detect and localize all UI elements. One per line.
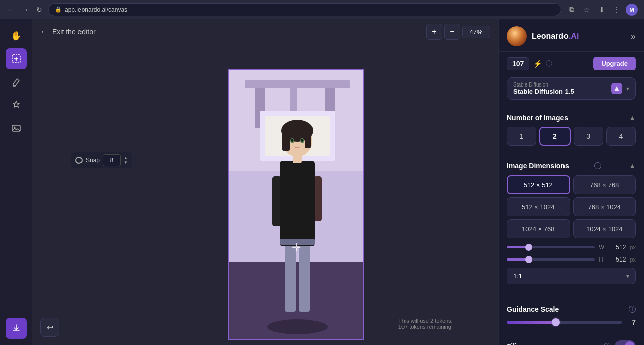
height-value: 512 bbox=[611, 256, 626, 263]
image-icon bbox=[11, 123, 21, 133]
inpaint-icon bbox=[11, 100, 21, 110]
snap-down-arrow[interactable]: ▼ bbox=[124, 161, 128, 165]
reload-button[interactable]: ↻ bbox=[34, 5, 44, 15]
canvas-image: ⬜ bbox=[229, 70, 363, 339]
selection-icon bbox=[11, 54, 21, 64]
num-images-header: Number of Images ▲ bbox=[507, 114, 636, 122]
exit-editor-button[interactable]: ← Exit the editor bbox=[40, 27, 96, 36]
dim-header: Image Dimensions i ▲ bbox=[507, 162, 636, 170]
token-lightning-icon: ⚡ bbox=[533, 60, 542, 68]
dim-collapse-button[interactable]: ▲ bbox=[629, 162, 636, 170]
guidance-slider-fill bbox=[507, 321, 556, 324]
snap-toggle[interactable] bbox=[75, 157, 83, 164]
dim-1024x768-button[interactable]: 1024 × 768 bbox=[507, 219, 570, 238]
width-label: W bbox=[599, 244, 607, 250]
inpaint-tool-button[interactable] bbox=[6, 95, 27, 116]
model-selector[interactable]: Stable Diffusion Stable Diffusion 1.5 ▾ bbox=[507, 77, 636, 100]
aspect-ratio-dropdown[interactable]: 1:1 ▾ bbox=[507, 268, 636, 284]
svg-point-17 bbox=[267, 319, 328, 334]
brand-name: Leonardo.Ai bbox=[532, 32, 579, 41]
extensions-button[interactable]: ⧉ bbox=[566, 4, 578, 16]
selection-guideline bbox=[229, 179, 363, 179]
zoom-controls: + − 47% bbox=[426, 24, 490, 40]
token-info-icon[interactable]: ⓘ bbox=[546, 59, 552, 68]
snap-bar: Snap 8 ▲ ▼ bbox=[71, 152, 132, 168]
image-tool-button[interactable] bbox=[6, 118, 27, 139]
num-images-collapse-button[interactable]: ▲ bbox=[629, 114, 636, 122]
guidance-slider-thumb[interactable] bbox=[552, 318, 560, 326]
dim-768x768-button[interactable]: 768 × 768 bbox=[573, 175, 636, 194]
tiling-info-icon[interactable]: i bbox=[604, 343, 611, 345]
app-container: ✋ bbox=[0, 19, 644, 345]
guidance-scale-section: Guidance Scale i 7 bbox=[499, 299, 644, 330]
profile-avatar[interactable]: M bbox=[626, 4, 638, 16]
guidance-info-icon[interactable]: i bbox=[629, 306, 636, 313]
dim-info-icon[interactable]: i bbox=[594, 162, 601, 169]
height-slider-track bbox=[507, 258, 595, 261]
width-unit: px bbox=[630, 244, 636, 250]
right-panel: Leonardo.Ai » 107 ⚡ ⓘ Upgrade Stable Dif… bbox=[498, 19, 644, 345]
url-text: app.leonardo.ai/canvas bbox=[65, 6, 127, 13]
guidance-header: Guidance Scale i bbox=[507, 305, 636, 313]
aspect-ratio-value: 1:1 bbox=[513, 272, 626, 280]
top-bar: ← Exit the editor + − 47% bbox=[32, 19, 498, 44]
model-info: Stable Diffusion Stable Diffusion 1.5 bbox=[513, 82, 611, 95]
zoom-in-button[interactable]: + bbox=[426, 24, 442, 40]
num-images-4-button[interactable]: 4 bbox=[606, 127, 636, 146]
upgrade-button[interactable]: Upgrade bbox=[593, 57, 636, 70]
menu-button[interactable]: ⋮ bbox=[611, 4, 623, 16]
dim-1024x1024-button[interactable]: 1024 × 1024 bbox=[573, 219, 636, 238]
height-slider-container[interactable] bbox=[507, 255, 595, 264]
dim-768x1024-button[interactable]: 768 × 1024 bbox=[573, 197, 636, 216]
tiling-toggle[interactable] bbox=[615, 340, 636, 345]
svg-rect-21 bbox=[314, 176, 322, 221]
svg-rect-22 bbox=[280, 161, 315, 246]
num-images-1-button[interactable]: 1 bbox=[507, 127, 536, 146]
num-images-2-button[interactable]: 2 bbox=[539, 127, 570, 146]
guidance-value: 7 bbox=[626, 318, 636, 326]
tiling-toggle-thumb bbox=[625, 341, 635, 345]
downloads-button[interactable]: ⬇ bbox=[596, 4, 608, 16]
token-info: This will use 2 tokens. 107 tokens remai… bbox=[398, 318, 453, 330]
panel-collapse-button[interactable]: » bbox=[631, 31, 636, 42]
width-slider-thumb[interactable] bbox=[525, 244, 532, 251]
hand-tool-button[interactable]: ✋ bbox=[6, 25, 27, 46]
canvas-image-container[interactable]: ⬜ bbox=[228, 69, 364, 340]
zoom-level-display: 47% bbox=[462, 26, 490, 38]
canvas-area[interactable]: ← Exit the editor + − 47% Snap 8 ▲ ▼ ⬜ bbox=[32, 19, 498, 345]
num-images-grid: 1 2 3 4 bbox=[507, 127, 636, 146]
bookmark-button[interactable]: ☆ bbox=[581, 4, 593, 16]
dim-grid: 512 × 512 768 × 768 512 × 1024 768 × 102… bbox=[507, 175, 636, 238]
width-slider-row: W 512 px bbox=[507, 243, 636, 251]
height-slider-thumb[interactable] bbox=[525, 256, 532, 263]
brand-avatar bbox=[507, 26, 527, 46]
width-slider-container[interactable] bbox=[507, 243, 595, 251]
dim-512x1024-button[interactable]: 512 × 1024 bbox=[507, 197, 570, 216]
guidance-slider-row: 7 bbox=[507, 318, 636, 326]
eraser-tool-button[interactable] bbox=[6, 71, 27, 93]
back-button[interactable]: ← bbox=[6, 5, 16, 15]
guidance-slider-track bbox=[507, 321, 622, 324]
download-tool-button[interactable] bbox=[6, 318, 27, 339]
dim-512x512-button[interactable]: 512 × 512 bbox=[507, 175, 570, 194]
zoom-out-button[interactable]: − bbox=[444, 24, 460, 40]
guidance-title: Guidance Scale bbox=[507, 305, 559, 313]
eraser-icon bbox=[11, 77, 21, 87]
move-cursor-indicator: ✛ bbox=[292, 241, 301, 254]
token-row: 107 ⚡ ⓘ Upgrade bbox=[499, 52, 644, 75]
forward-button[interactable]: → bbox=[20, 5, 30, 15]
selection-tool-button[interactable] bbox=[6, 48, 27, 69]
num-images-3-button[interactable]: 3 bbox=[574, 127, 603, 146]
width-value: 512 bbox=[611, 244, 626, 251]
aspect-chevron-icon: ▾ bbox=[626, 273, 629, 280]
model-badge-icon bbox=[613, 85, 620, 92]
address-bar[interactable]: 🔒 app.leonardo.ai/canvas bbox=[48, 3, 561, 16]
svg-rect-27 bbox=[282, 131, 290, 151]
browser-actions: ⧉ ☆ ⬇ ⋮ M bbox=[566, 4, 638, 16]
tiling-title: Tiling bbox=[507, 342, 600, 345]
guidance-slider-container[interactable] bbox=[507, 318, 622, 326]
undo-button[interactable]: ↩ bbox=[40, 318, 59, 337]
height-slider-row: H 512 px bbox=[507, 255, 636, 264]
snap-up-arrow[interactable]: ▲ bbox=[124, 156, 128, 160]
figure-svg bbox=[229, 70, 363, 339]
